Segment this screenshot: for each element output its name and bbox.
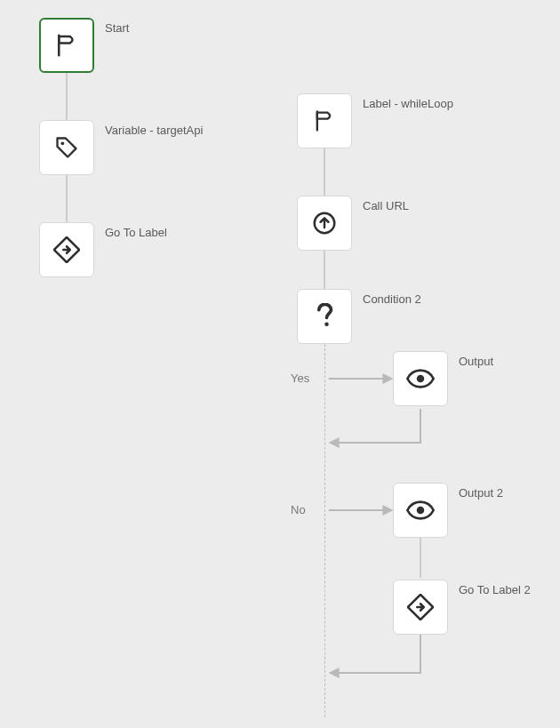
goto-icon [53,236,80,263]
node-goto2-label: Go To Label 2 [459,583,531,597]
svg-point-10 [324,323,329,327]
node-start[interactable] [39,18,94,73]
branch-no-label: No [291,503,306,516]
node-output-no-label: Output 2 [459,486,503,500]
svg-point-12 [417,507,425,515]
flag-icon [312,108,337,133]
eye-icon [406,500,435,520]
node-goto[interactable] [39,222,94,277]
svg-point-11 [417,375,425,383]
question-icon [316,303,333,330]
node-output-yes[interactable] [393,351,448,406]
upload-icon [311,210,338,236]
workflow-canvas[interactable]: Start Variable - targetApi Go To Label L… [0,0,560,728]
eye-icon [406,369,435,388]
node-output-no[interactable] [393,483,448,538]
node-call-url-label: Call URL [363,199,409,213]
node-label-while-label: Label - whileLoop [363,97,453,111]
node-start-label: Start [105,21,129,36]
node-goto2[interactable] [393,580,448,635]
node-goto-label: Go To Label [105,226,167,240]
node-variable[interactable] [39,120,94,175]
condition-default-path [324,344,325,717]
node-condition-label: Condition 2 [363,292,421,307]
node-call-url[interactable] [297,196,352,251]
node-variable-label: Variable - targetApi [105,124,203,138]
goto-icon [407,594,434,620]
node-label-while[interactable] [297,93,352,148]
flag-icon [53,32,80,59]
branch-yes-label: Yes [291,372,309,385]
tag-icon [54,135,79,160]
node-output-yes-label: Output [459,355,493,369]
node-condition[interactable] [297,289,352,344]
svg-point-7 [60,141,64,145]
